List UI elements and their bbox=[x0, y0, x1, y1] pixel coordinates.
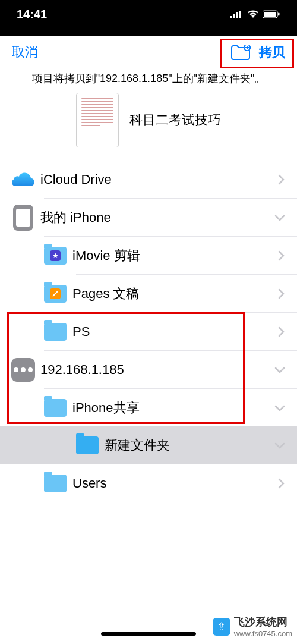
document-title: 科目二考试技巧 bbox=[129, 111, 221, 129]
imovie-folder-icon: ★ bbox=[44, 247, 67, 265]
folder-icon bbox=[44, 323, 67, 341]
chevron-right-icon bbox=[278, 250, 285, 261]
location-label: 我的 iPhone bbox=[37, 209, 274, 227]
sheet-backdrop bbox=[0, 29, 297, 36]
location-label: iCloud Drive bbox=[37, 172, 278, 187]
wifi-icon bbox=[247, 10, 259, 18]
folder-iphone-share[interactable]: iPhone共享 bbox=[0, 389, 297, 426]
watermark-url: www.fs0745.com bbox=[234, 629, 292, 638]
iphone-icon bbox=[13, 205, 33, 231]
folder-icon bbox=[44, 399, 67, 417]
icloud-icon bbox=[11, 172, 35, 187]
folder-users[interactable]: Users bbox=[0, 464, 297, 502]
location-icloud-drive[interactable]: iCloud Drive bbox=[0, 161, 297, 198]
chevron-right-icon bbox=[278, 326, 285, 337]
folder-label: Pages 文稿 bbox=[69, 285, 278, 303]
folder-label: iPhone共享 bbox=[69, 399, 274, 417]
chevron-down-icon bbox=[274, 366, 285, 373]
status-time: 14:41 bbox=[17, 8, 47, 21]
svg-rect-6 bbox=[278, 13, 280, 16]
pages-folder-icon bbox=[44, 285, 67, 303]
copy-destination-info: 项目将拷贝到"192.168.1.185"上的"新建文件夹"。 bbox=[0, 69, 297, 89]
folder-icon bbox=[44, 475, 67, 492]
location-my-iphone[interactable]: 我的 iPhone bbox=[0, 199, 297, 236]
svg-rect-1 bbox=[233, 14, 235, 18]
watermark-brand: 飞沙系统网 bbox=[234, 616, 287, 628]
folder-icon bbox=[76, 436, 99, 454]
watermark-logo-icon: ⇪ bbox=[213, 618, 230, 636]
cancel-button[interactable]: 取消 bbox=[12, 43, 38, 61]
chevron-down-icon bbox=[274, 404, 285, 411]
document-thumbnail bbox=[76, 93, 119, 147]
svg-rect-0 bbox=[230, 16, 232, 18]
folder-label: 新建文件夹 bbox=[101, 436, 274, 454]
svg-rect-5 bbox=[264, 12, 276, 17]
nav-right: 拷贝 bbox=[230, 43, 285, 61]
status-icons bbox=[230, 10, 280, 18]
chevron-down-icon bbox=[274, 214, 285, 221]
folder-label: PS bbox=[69, 324, 278, 340]
signal-icon bbox=[230, 10, 244, 18]
status-bar: 14:41 bbox=[0, 0, 297, 29]
document-preview: 科目二考试技巧 bbox=[0, 89, 297, 161]
copy-button[interactable]: 拷贝 bbox=[259, 43, 285, 61]
network-server-icon bbox=[11, 358, 35, 382]
location-label: 192.168.1.185 bbox=[37, 362, 274, 378]
chevron-right-icon bbox=[278, 478, 285, 489]
folder-label: iMovie 剪辑 bbox=[69, 247, 278, 265]
battery-icon bbox=[263, 10, 280, 18]
watermark: ⇪ 飞沙系统网 www.fs0745.com bbox=[213, 615, 292, 638]
svg-rect-3 bbox=[239, 11, 241, 18]
home-indicator bbox=[101, 632, 196, 636]
svg-rect-2 bbox=[236, 12, 238, 18]
chevron-down-icon bbox=[274, 442, 285, 449]
copy-sheet: 取消 拷贝 项目将拷贝到"192.168.1.185"上的"新建文件夹"。 科目… bbox=[0, 36, 297, 502]
nav-bar: 取消 拷贝 bbox=[0, 36, 297, 69]
folder-label: Users bbox=[69, 476, 278, 491]
chevron-right-icon bbox=[278, 288, 285, 299]
location-server[interactable]: 192.168.1.185 bbox=[0, 351, 297, 388]
folder-ps[interactable]: PS bbox=[0, 313, 297, 350]
new-folder-icon[interactable] bbox=[230, 45, 251, 60]
chevron-right-icon bbox=[278, 174, 285, 185]
folder-new-folder[interactable]: 新建文件夹 bbox=[0, 426, 297, 464]
folder-imovie[interactable]: ★ iMovie 剪辑 bbox=[0, 237, 297, 274]
folder-pages[interactable]: Pages 文稿 bbox=[0, 275, 297, 312]
separator bbox=[44, 502, 297, 502]
